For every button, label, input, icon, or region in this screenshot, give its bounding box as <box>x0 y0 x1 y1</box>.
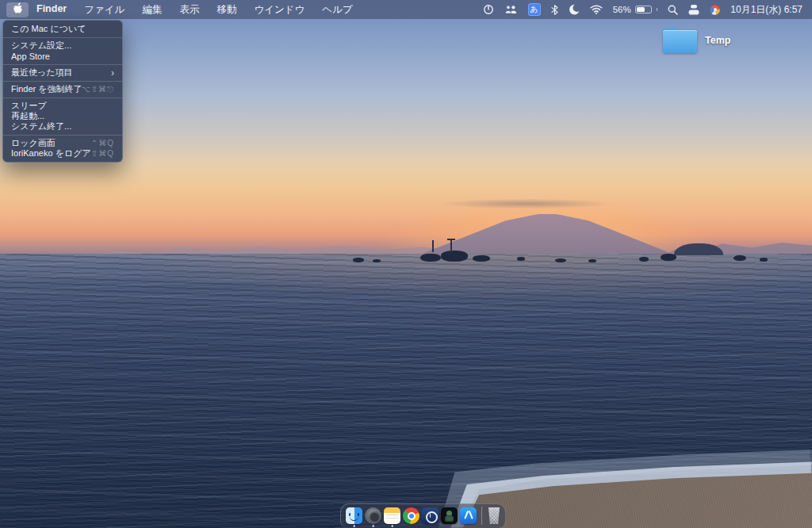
menu-bar: Finderファイル編集表示移動ウインドウヘルプ あ <box>0 0 812 19</box>
folder-label: Temp <box>705 35 730 46</box>
dock <box>340 503 506 528</box>
pinwheel-app-icon[interactable] <box>710 5 720 15</box>
rock <box>473 255 490 262</box>
rock <box>517 257 525 261</box>
focus-moon-icon[interactable] <box>569 4 580 15</box>
dock-dark-samurai-app-icon[interactable] <box>441 507 458 524</box>
dock-app-store-icon[interactable] <box>460 507 477 524</box>
menu-item-shortcut: ⌃⌘Q <box>91 139 114 147</box>
menubar-menu-2[interactable]: 編集 <box>133 3 170 17</box>
menu-separator <box>3 98 122 98</box>
apple-menu-item[interactable]: この Mac について <box>3 24 122 34</box>
spotlight-search-icon[interactable] <box>668 5 678 15</box>
apple-menu-item[interactable]: Finder を強制終了⌥⇧⌘⎋ <box>3 84 122 94</box>
apple-logo-icon <box>13 2 23 17</box>
utility-dial-icon[interactable] <box>483 4 494 15</box>
dock-finder-icon[interactable] <box>346 507 362 524</box>
menubar-menu-1[interactable]: ファイル <box>75 3 133 17</box>
chrome-app-glyph <box>403 507 419 524</box>
dock-notes-icon[interactable] <box>384 507 400 524</box>
folder-body <box>663 30 697 53</box>
torii-silhouette <box>450 239 452 251</box>
menubar-left: Finderファイル編集表示移動ウインドウヘルプ <box>6 2 362 17</box>
rock <box>639 257 649 262</box>
apple-menu-item-label: システム設定... <box>11 40 114 52</box>
notes-app-glyph <box>384 507 400 524</box>
torii-crossbar <box>447 239 455 240</box>
dark-samurai-app-app-glyph <box>441 507 458 524</box>
rock <box>373 259 381 262</box>
people-sharing-icon[interactable] <box>504 5 518 14</box>
dock-separator <box>481 507 482 525</box>
menubar-menu-3[interactable]: 表示 <box>170 3 208 17</box>
battery-percent-label: 56% <box>613 5 631 14</box>
menu-item-shortcut: ⌥⇧⌘⎋ <box>81 85 114 94</box>
rock <box>733 255 746 261</box>
submenu-chevron-icon: › <box>111 69 114 77</box>
desktop: Temp Finderファイル編集表示移動ウインドウヘルプ <box>0 0 812 528</box>
battery-icon <box>635 6 652 14</box>
dock-onepassword-icon[interactable] <box>422 507 439 524</box>
apple-menu-item-label: App Store <box>11 52 114 61</box>
apple-menu-item[interactable]: App Store <box>3 51 122 61</box>
rock <box>588 259 596 262</box>
app-store-app-glyph <box>460 507 477 524</box>
apple-menu-item[interactable]: 最近使った項目› <box>3 67 122 78</box>
rock <box>760 258 768 262</box>
running-indicator-dot <box>353 525 355 527</box>
apple-menu-item-label: この Mac について <box>11 23 114 35</box>
menubar-menu-appname[interactable]: Finder <box>29 3 75 17</box>
menubar-menu-4[interactable]: 移動 <box>208 3 245 17</box>
apple-menu-item[interactable]: IoriKaneko をログアウト...⇧⌘Q <box>3 148 122 159</box>
apple-menu-item-label: IoriKaneko をログアウト... <box>11 147 91 159</box>
apple-menu-item[interactable]: システム設定... <box>3 40 122 51</box>
cloud-streak <box>444 197 650 211</box>
dock-trash-icon[interactable] <box>487 507 500 524</box>
rock <box>555 258 566 262</box>
apple-menu-item[interactable]: システム終了... <box>3 121 122 132</box>
rock <box>420 254 441 262</box>
control-center-icon[interactable] <box>688 5 699 15</box>
battery-status[interactable]: 56% <box>613 5 658 14</box>
desktop-folder-temp[interactable]: Temp <box>663 27 730 53</box>
dock-system-settings-icon[interactable] <box>365 507 381 524</box>
lighthouse-silhouette <box>432 240 434 252</box>
apple-menu-item-label: Finder を強制終了 <box>11 83 81 95</box>
running-indicator-dot <box>372 525 374 527</box>
onepassword-app-glyph <box>422 507 439 524</box>
apple-menu-button[interactable] <box>6 2 29 17</box>
rock <box>661 254 676 261</box>
dock-chrome-icon[interactable] <box>403 507 419 524</box>
rock <box>441 251 468 262</box>
wifi-icon[interactable] <box>590 5 603 14</box>
menu-separator <box>3 37 122 38</box>
apple-menu-item-label: システム終了... <box>11 121 114 132</box>
running-indicator-dot <box>391 525 393 527</box>
apple-menu: この Mac についてシステム設定...App Store最近使った項目›Fin… <box>2 20 123 163</box>
menu-separator <box>3 81 122 82</box>
folder-icon <box>663 27 697 53</box>
menu-separator <box>3 64 122 65</box>
system-settings-app-glyph <box>365 507 381 524</box>
apple-menu-item-label: 最近使った項目 <box>11 67 111 78</box>
trash-app-glyph <box>488 507 500 524</box>
battery-nub <box>657 8 658 11</box>
menubar-menu-6[interactable]: ヘルプ <box>313 3 361 17</box>
menubar-menu-5[interactable]: ウインドウ <box>245 3 313 17</box>
rock <box>353 258 364 262</box>
menu-separator <box>3 135 122 136</box>
menubar-menus: Finderファイル編集表示移動ウインドウヘルプ <box>29 3 362 17</box>
menubar-status-area: あ 56% <box>483 3 802 17</box>
menu-item-shortcut: ⇧⌘Q <box>91 149 114 158</box>
finder-app-glyph <box>346 507 362 524</box>
menubar-clock[interactable]: 10月1日(水) 6:57 <box>730 3 802 17</box>
ime-input-icon[interactable]: あ <box>528 3 541 16</box>
bluetooth-icon[interactable] <box>551 5 558 15</box>
